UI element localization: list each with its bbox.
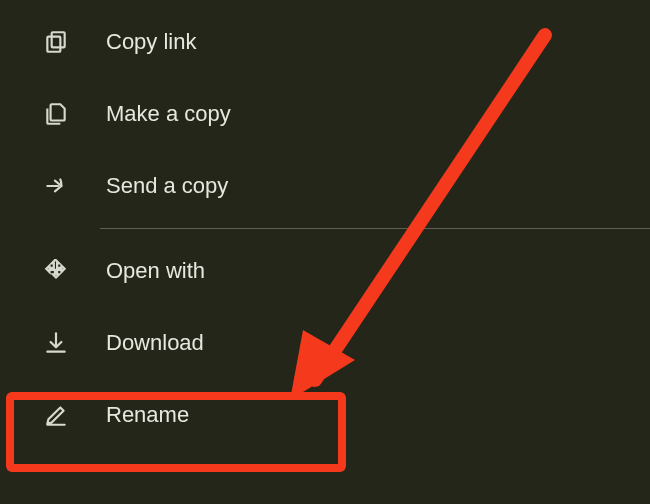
download-icon	[40, 327, 72, 359]
svg-rect-1	[47, 37, 60, 52]
menu-item-make-a-copy[interactable]: Make a copy	[0, 78, 650, 150]
menu-item-send-a-copy[interactable]: Send a copy	[0, 150, 650, 222]
move-arrows-icon	[40, 255, 72, 287]
send-icon	[40, 170, 72, 202]
menu-item-label: Send a copy	[106, 173, 228, 199]
menu-item-label: Download	[106, 330, 204, 356]
menu-item-open-with[interactable]: Open with	[0, 235, 650, 307]
svg-rect-0	[52, 32, 65, 47]
document-copy-icon	[40, 98, 72, 130]
context-menu: Copy link Make a copy Send a copy Open w…	[0, 0, 650, 451]
menu-item-download[interactable]: Download	[0, 307, 650, 379]
menu-item-label: Make a copy	[106, 101, 231, 127]
link-copy-icon	[40, 26, 72, 58]
menu-item-label: Open with	[106, 258, 205, 284]
menu-item-label: Rename	[106, 402, 189, 428]
menu-divider	[100, 228, 650, 229]
menu-item-label: Copy link	[106, 29, 196, 55]
menu-item-rename[interactable]: Rename	[0, 379, 650, 451]
menu-item-copy-link[interactable]: Copy link	[0, 6, 650, 78]
edit-pencil-icon	[40, 399, 72, 431]
